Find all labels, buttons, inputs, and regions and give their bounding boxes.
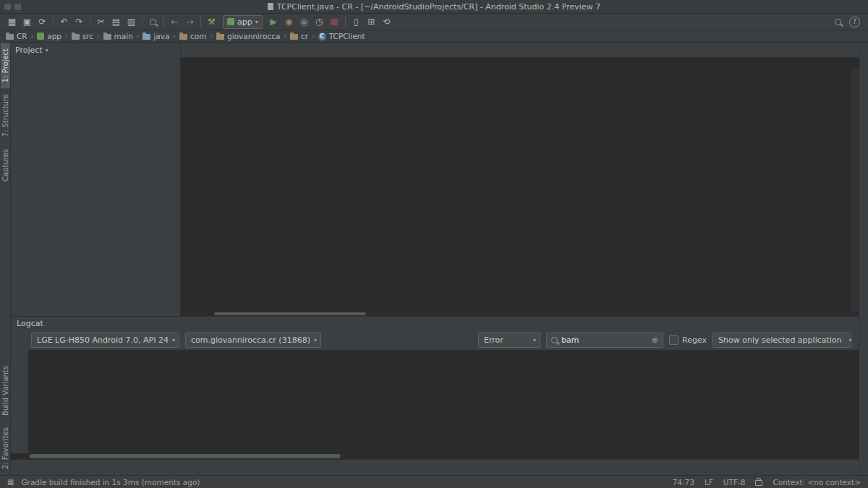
lock-icon[interactable] [755,480,762,486]
tool-strip-button[interactable]: Captures [1,143,10,187]
project-panel-title[interactable]: Project [15,46,43,55]
toolwindow-switcher-icon[interactable]: ▦ [7,478,14,486]
profiler-icon[interactable]: ◷ [312,15,327,29]
find-icon[interactable] [145,15,161,29]
open-icon[interactable]: ▦ [4,15,20,29]
window-control-icon[interactable] [4,4,11,10]
context-indicator[interactable]: Context: <no context> [773,478,861,487]
scrollbar-thumb[interactable] [30,454,341,458]
logcat-side-toolbar [11,350,28,453]
status-bar: ▦ Gradle build finished in 1s 3ms (momen… [0,475,868,488]
filter-label: Show only selected application [718,335,842,345]
window-title: TCPClient.java - CR - [~/AndroidStudioPr… [268,2,600,12]
magnifier-glass [150,19,156,25]
logcat-device-select[interactable]: LGE LG-H850 Android 7.0, API 24 ▾ [31,333,179,348]
coverage-icon[interactable]: ◎ [297,15,312,29]
folder-icon [103,34,111,40]
gradle-sync-icon[interactable]: ⟲ [379,15,394,29]
project-tree [11,57,180,316]
breadcrumb-label: giovannirocca [227,32,280,40]
save-icon[interactable]: ▣ [20,15,35,29]
breadcrumb-separator: › [31,33,34,40]
debug-icon[interactable]: ◉ [281,15,297,29]
help-icon[interactable]: ? [849,17,860,27]
tool-strip-button[interactable]: 2: Favorites [1,421,10,475]
breadcrumb-label: cr [301,32,308,40]
stop-icon[interactable]: ■ [327,15,342,29]
file-icon [268,3,273,10]
breadcrumb-separator: › [284,33,286,40]
search-everywhere-icon[interactable] [830,15,846,29]
logcat-level-select[interactable]: Error ▾ [478,333,540,348]
breadcrumb-item[interactable]: src [72,32,93,40]
caret-position[interactable]: 74:73 [673,478,694,487]
chevron-down-icon[interactable]: ▾ [46,47,48,53]
editor-tab-bar [181,43,859,58]
navigation-bar: CR›app›src›main›java›com›giovannirocca›c… [0,30,868,43]
main-area: 1: Project7: StructureCapturesBuild Vari… [0,43,868,475]
pkg-icon [179,34,187,40]
redo-icon[interactable]: ↷ [72,15,87,29]
regex-checkbox[interactable] [669,335,678,345]
forward-icon[interactable]: → [182,15,197,29]
regex-label: Regex [682,335,707,345]
android-studio-window: TCPClient.java - CR - [~/AndroidStudioPr… [0,0,868,488]
code-editor[interactable] [181,69,851,312]
logcat-search-input[interactable] [561,335,648,345]
avd-manager-icon[interactable]: ▯ [349,15,364,29]
breadcrumb-item[interactable]: cr [290,32,308,40]
toolbar-separator [163,17,164,27]
breadcrumb-item[interactable]: java [142,32,169,40]
breadcrumb-label: CR [17,32,27,40]
tool-strip-button[interactable]: Build Variants [1,360,10,421]
breadcrumb-item[interactable]: giovannirocca [216,32,280,40]
editor-column [181,43,859,316]
logcat-output[interactable] [28,350,859,453]
breadcrumb-separator: › [312,33,315,40]
scrollbar-thumb[interactable] [214,312,366,315]
breadcrumb-item[interactable]: main [103,32,133,40]
undo-icon[interactable]: ↶ [56,15,72,29]
file-encoding[interactable]: UTF-8 [723,478,746,487]
breadcrumb-label: java [153,32,169,40]
sdk-manager-icon[interactable]: ⊞ [364,15,379,29]
chevron-down-icon: ▾ [314,337,317,343]
build-icon[interactable]: ⚒ [204,15,219,29]
tool-strip-button[interactable]: 7: Structure [1,88,10,142]
cut-icon[interactable]: ✂ [93,15,109,29]
clear-search-icon[interactable]: ⊗ [652,335,658,345]
tool-strip-button[interactable]: 1: Project [1,43,10,88]
logcat-process-select[interactable]: com.giovannirocca.cr (31868) ▾ [185,333,321,348]
breadcrumb-item[interactable]: CR [6,32,27,40]
logcat-title[interactable]: Logcat [17,319,43,328]
folder-icon [72,34,80,40]
breadcrumb-item[interactable]: TCPClient [318,32,365,40]
run-icon[interactable]: ▶ [266,15,281,29]
window-control-icon[interactable] [14,4,21,10]
breadcrumb-item[interactable]: app [37,32,61,40]
back-icon[interactable]: ← [167,15,182,29]
bottom-tool-bar [11,459,859,475]
logcat-toolbar: LGE LG-H850 Android 7.0, API 24 ▾ com.gi… [11,330,859,350]
copy-icon[interactable]: ▤ [109,15,124,29]
main-toolbar: ▦▣⟳↶↷✂▤▥←→⚒app▾▶◉◎◷■▯⊞⟲? [0,14,868,30]
breadcrumb-label: TCPClient [329,32,365,40]
paste-icon[interactable]: ▥ [124,15,139,29]
breadcrumb-item[interactable]: com [179,32,206,40]
process-label: com.giovannirocca.cr (31868) [191,335,310,345]
logcat-filter-select[interactable]: Show only selected application ▾ [712,333,851,348]
breadcrumb-label: com [190,32,206,40]
editor-hscrollbar[interactable] [181,312,859,316]
toolbar-separator [200,17,201,27]
toolbar-separator [90,17,90,27]
sync-icon[interactable]: ⟳ [35,15,50,29]
logcat-hscrollbar[interactable] [11,453,859,459]
line-separator[interactable]: LF [705,478,713,487]
pkg-icon [290,34,298,40]
run-config-select[interactable]: app▾ [223,15,263,29]
window-controls[interactable] [4,4,21,10]
breadcrumb-separator: › [65,33,68,40]
error-stripe[interactable] [851,69,859,312]
chevron-down-icon: ▾ [172,337,175,343]
regex-option: Regex [669,335,707,345]
